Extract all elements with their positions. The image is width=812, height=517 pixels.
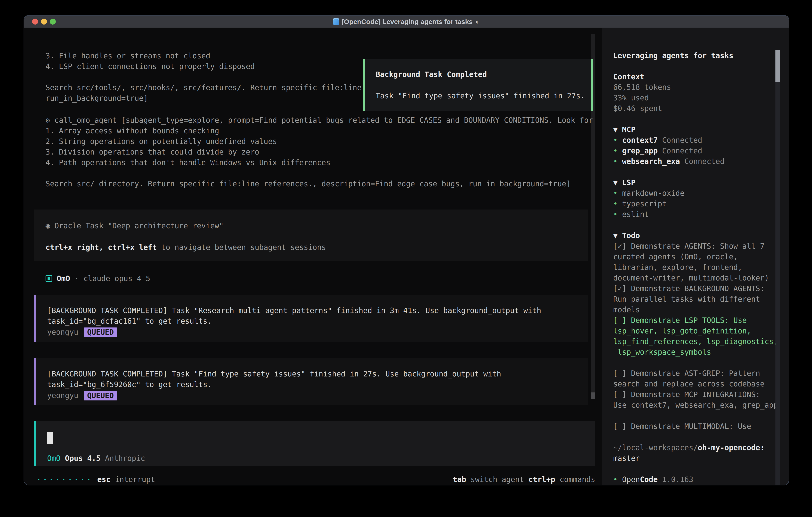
todo-list: [✓] Demonstrate AGENTS: Show all 7curate… <box>613 241 785 432</box>
context-stat: 66,518 tokens <box>613 82 671 92</box>
lsp-section-header[interactable]: ▼ LSP <box>613 177 635 188</box>
status-dot-icon: • <box>613 199 617 208</box>
terminal-content: 3. File handles or streams not closed4. … <box>24 28 789 485</box>
message-line <box>46 72 361 82</box>
esc-key-hint[interactable]: esc <box>97 475 111 484</box>
prompt-input[interactable]: OmO Opus 4.5 Anthropic <box>34 421 595 466</box>
chevron-down-icon: ▼ <box>613 231 617 240</box>
keyboard-shortcut: ctrl+x right, ctrl+x left <box>46 243 157 252</box>
oracle-task-title: ◉ Oracle Task "Deep architecture review" <box>46 220 224 231</box>
status-dot-icon: • <box>613 157 617 166</box>
status-dot-icon: • <box>613 189 617 197</box>
lsp-list: • markdown-oxide• typescript• eslint <box>613 188 684 220</box>
background-task-notification[interactable]: Background Task Completed Task "Find typ… <box>363 59 592 111</box>
mcp-status: Connected <box>662 146 702 155</box>
agent-header[interactable]: OmO · claude-opus-4-5 <box>46 273 150 284</box>
mcp-list: • context7 Connected• grep_app Connected… <box>613 135 724 167</box>
spinner-icon: ········· <box>36 475 93 484</box>
window-title: [OpenCode] Leveraging agents for tasks ◐ <box>333 18 480 26</box>
mcp-item: • context7 Connected <box>613 135 724 145</box>
message-line: run_in_background=true] <box>46 93 361 104</box>
status-badge: QUEUED <box>84 391 117 401</box>
app-version-row: • OpenCode 1.0.163 <box>613 474 693 485</box>
oracle-task-card[interactable]: ◉ Oracle Task "Deep architecture review"… <box>34 210 588 261</box>
task-message-line1: [BACKGROUND TASK COMPLETED] Task "Find t… <box>47 369 501 379</box>
lsp-name: eslint <box>622 210 649 219</box>
terminal-window: [OpenCode] Leveraging agents for tasks ◐… <box>24 15 789 485</box>
minimize-button[interactable] <box>41 19 47 25</box>
half-moon-icon: ◐ <box>475 18 480 26</box>
tool-call-numbered-list: 1. Array access without bounds checking2… <box>46 126 593 168</box>
context-stat: $0.46 spent <box>613 103 671 114</box>
gear-icon: ⚙ <box>46 116 50 125</box>
todo-line <box>613 410 785 421</box>
todo-line <box>613 357 785 368</box>
lsp-item: • markdown-oxide <box>613 188 684 198</box>
close-button[interactable] <box>32 19 38 25</box>
commands-key-label: commands <box>560 475 595 484</box>
todo-line: lsp_hover, lsp_goto_definition, <box>613 326 785 336</box>
message-line: Search src/tools/, src/hooks/, src/featu… <box>46 82 361 93</box>
tool-call-line: 1. Array access without bounds checking <box>46 126 593 136</box>
sidebar-scrollbar-thumb[interactable] <box>776 50 780 82</box>
task-user: yeongyu <box>47 328 78 336</box>
input-agent-name[interactable]: OmO <box>47 454 61 463</box>
todo-section-header[interactable]: ▼ Todo <box>613 230 640 241</box>
workspace-path: ~/local-workspaces/oh-my-opencode: <box>613 442 764 453</box>
tool-call-line: 3. Division operations that could divide… <box>46 147 593 157</box>
status-badge: QUEUED <box>84 327 117 337</box>
tab-key-hint[interactable]: tab <box>453 475 466 484</box>
mcp-status: Connected <box>684 157 724 166</box>
chat-scrollbar-thumb[interactable] <box>591 392 595 399</box>
repo-name: oh-my-opencode: <box>698 443 764 452</box>
mcp-item: • grep_app Connected <box>613 145 724 156</box>
sidebar: Leveraging agents for tasks Context 66,5… <box>602 28 789 485</box>
todo-line: models <box>613 304 785 315</box>
commands-key-hint[interactable]: ctrl+p <box>528 475 555 484</box>
statusbar-left: ········· esc interrupt <box>36 474 155 485</box>
session-title: Leveraging agents for tasks <box>613 50 733 61</box>
status-dot-icon: • <box>613 210 617 219</box>
agent-icon <box>46 275 52 282</box>
todo-line: lsp_find_references, lsp_diagnostics, <box>613 336 785 347</box>
todo-line: [✓] Demonstrate AGENTS: Show all 7 <box>613 241 785 251</box>
record-icon: ◉ <box>46 221 50 230</box>
todo-line: lsp_workspace_symbols <box>613 347 785 357</box>
lsp-name: typescript <box>622 199 667 208</box>
mcp-name: websearch_exa <box>622 157 680 166</box>
todo-line: librarian, explore, frontend, <box>613 262 785 273</box>
app-version: 1.0.163 <box>662 475 693 484</box>
separator-dot: · <box>75 274 79 283</box>
notification-body: Task "Find type safety issues" finished … <box>376 90 585 101</box>
todo-line: document-writer, multimodal-looker) <box>613 273 785 283</box>
titlebar[interactable]: [OpenCode] Leveraging agents for tasks ◐ <box>24 16 789 28</box>
todo-line: Run parallel tasks with different <box>613 294 785 304</box>
context-section-header: Context <box>613 72 644 82</box>
task-message-line2: task_id="bg_6f59260c" to get results. <box>47 379 212 390</box>
tool-call-text: call_omo_agent [subagent_type=explore, p… <box>55 116 593 125</box>
todo-line: curated agents (OmO, oracle, <box>613 251 785 262</box>
tool-call-line: 2. String operations on potentially unde… <box>46 136 593 147</box>
task-user: yeongyu <box>47 391 78 400</box>
message-text-block: 3. File handles or streams not closed4. … <box>46 51 361 104</box>
task-meta-row: yeongyuQUEUED <box>47 327 117 337</box>
background-task-card[interactable]: [BACKGROUND TASK COMPLETED] Task "Resear… <box>34 295 588 342</box>
task-meta-row: yeongyuQUEUED <box>47 390 117 401</box>
task-message-line2: task_id="bg_dcfac161" to get results. <box>47 316 212 326</box>
input-model[interactable]: Opus 4.5 <box>65 454 100 463</box>
chevron-down-icon: ▼ <box>613 178 617 187</box>
background-task-card[interactable]: [BACKGROUND TASK COMPLETED] Task "Find t… <box>34 358 588 405</box>
app-name-normal: Open <box>622 475 640 484</box>
tool-call-line: 4. Path operations that don't handle Win… <box>46 157 593 168</box>
mcp-section-header[interactable]: ▼ MCP <box>613 124 635 135</box>
document-icon <box>333 18 339 25</box>
sidebar-scrollbar-track[interactable] <box>776 50 780 485</box>
notification-title: Background Task Completed <box>376 69 487 80</box>
oracle-task-hint: ctrl+x right, ctrl+x left to navigate be… <box>46 242 326 253</box>
todo-line: [ ] Demonstrate AST-GREP: Pattern <box>613 368 785 379</box>
message-line: 3. File handles or streams not closed <box>46 51 361 61</box>
todo-line: [ ] Demonstrate LSP TOOLS: Use <box>613 315 785 326</box>
statusbar-right: tab switch agent ctrl+p commands <box>364 474 595 485</box>
todo-line: [✓] Demonstrate BACKGROUND AGENTS: <box>613 283 785 294</box>
zoom-button[interactable] <box>50 19 56 25</box>
